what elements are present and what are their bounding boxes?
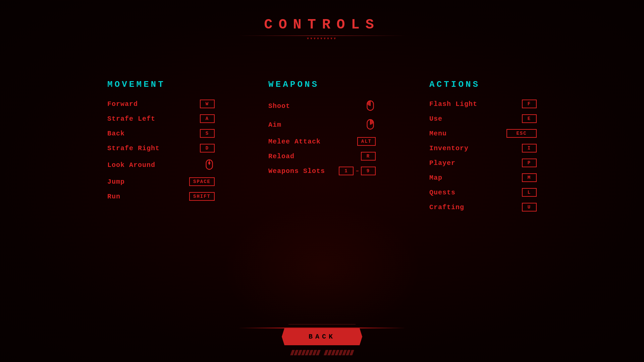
reload-key: R: [361, 152, 376, 161]
run-label: Run: [107, 193, 120, 200]
binding-map: Map M: [429, 173, 537, 182]
binding-look-around: Look Around: [107, 159, 215, 171]
binding-run: Run SHIFT: [107, 192, 215, 201]
binding-quests: Quests L: [429, 188, 537, 197]
back-button-container: BACK: [205, 350, 439, 355]
run-key: SHIFT: [189, 192, 215, 201]
crafting-key: U: [522, 203, 537, 212]
reload-label: Reload: [268, 153, 294, 160]
binding-menu: Menu ESC: [429, 129, 537, 138]
use-key: E: [522, 114, 537, 123]
quests-key: L: [522, 188, 537, 197]
forward-key: W: [200, 100, 215, 108]
flash-light-key: F: [522, 100, 537, 108]
weapons-slots-range: 1 – 9: [339, 167, 376, 175]
weapons-slots-end-key: 9: [361, 167, 376, 175]
title-underline: [238, 36, 406, 36]
shoot-label: Shoot: [268, 102, 290, 110]
jump-key: SPACE: [189, 177, 215, 186]
binding-jump: Jump SPACE: [107, 177, 215, 186]
inventory-key: I: [522, 144, 537, 153]
strafe-right-label: Strafe Right: [107, 144, 160, 152]
inventory-label: Inventory: [429, 144, 469, 152]
binding-strafe-right: Strafe Right D: [107, 144, 215, 153]
mouse-left-icon: [365, 100, 376, 112]
crafting-label: Crafting: [429, 203, 464, 211]
flash-light-label: Flash Light: [429, 100, 477, 108]
back-button[interactable]: BACK: [282, 328, 362, 345]
columns-container: MOVEMENT Forward W Strafe Left A Back S …: [0, 79, 644, 218]
strafe-left-label: Strafe Left: [107, 115, 155, 123]
binding-crafting: Crafting U: [429, 203, 537, 212]
weapons-slots-dash: –: [356, 168, 359, 174]
title-section: CONTROLS: [0, 17, 644, 36]
svg-rect-2: [208, 162, 210, 165]
binding-player: Player P: [429, 159, 537, 167]
melee-attack-key: ALT: [357, 137, 376, 146]
use-label: Use: [429, 115, 442, 123]
binding-strafe-left: Strafe Left A: [107, 114, 215, 123]
strafe-right-key: D: [200, 144, 215, 153]
binding-shoot: Shoot: [268, 100, 376, 112]
back-key: S: [200, 129, 215, 138]
binding-aim: Aim: [268, 118, 376, 131]
binding-weapons-slots: Weapons Slots 1 – 9: [268, 167, 376, 175]
map-key: M: [522, 173, 537, 182]
page-container: CONTROLS MOVEMENT Forward W Strafe Left …: [0, 0, 644, 362]
page-title: CONTROLS: [0, 17, 644, 33]
binding-melee-attack: Melee Attack ALT: [268, 137, 376, 146]
binding-flash-light: Flash Light F: [429, 100, 537, 108]
movement-header: MOVEMENT: [107, 79, 215, 89]
strafe-left-key: A: [200, 114, 215, 123]
actions-column: ACTIONS Flash Light F Use E Menu ESC Inv…: [429, 79, 537, 218]
binding-inventory: Inventory I: [429, 144, 537, 153]
binding-reload: Reload R: [268, 152, 376, 161]
player-label: Player: [429, 159, 455, 167]
aim-label: Aim: [268, 121, 281, 129]
binding-use: Use E: [429, 114, 537, 123]
quests-label: Quests: [429, 189, 455, 196]
forward-label: Forward: [107, 100, 138, 108]
hazard-bar-left: [291, 350, 320, 355]
look-around-label: Look Around: [107, 161, 155, 169]
mouse-right-icon: [365, 118, 376, 131]
weapons-slots-label: Weapons Slots: [268, 167, 325, 175]
weapons-slots-start-key: 1: [339, 167, 354, 175]
hazard-bar-right: [325, 350, 353, 355]
binding-forward: Forward W: [107, 100, 215, 108]
binding-back: Back S: [107, 129, 215, 138]
weapons-column: WEAPONS Shoot Aim Me: [268, 79, 376, 218]
menu-key: ESC: [506, 129, 537, 138]
menu-label: Menu: [429, 130, 447, 137]
back-label: Back: [107, 130, 125, 137]
melee-attack-label: Melee Attack: [268, 138, 321, 145]
map-label: Map: [429, 174, 442, 182]
movement-column: MOVEMENT Forward W Strafe Left A Back S …: [107, 79, 215, 218]
mouse-scroll-icon: [204, 159, 215, 171]
jump-label: Jump: [107, 178, 125, 186]
actions-header: ACTIONS: [429, 79, 537, 89]
player-key: P: [522, 159, 537, 167]
weapons-header: WEAPONS: [268, 79, 376, 89]
